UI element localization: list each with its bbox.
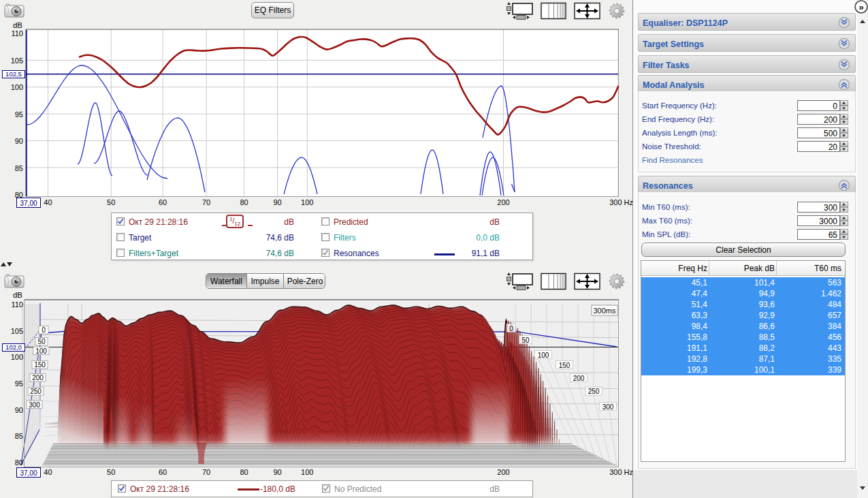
svg-text:110: 110: [11, 29, 23, 37]
svg-text:300: 300: [602, 403, 614, 411]
svg-text:85: 85: [15, 432, 23, 440]
svg-text:37,00: 37,00: [20, 200, 37, 207]
svg-text:80: 80: [15, 458, 23, 467]
svg-text:0: 0: [42, 326, 46, 334]
svg-text:80: 80: [15, 191, 23, 199]
svg-text:80: 80: [240, 198, 248, 206]
svg-text:90: 90: [15, 137, 23, 145]
svg-text:200: 200: [573, 375, 585, 382]
svg-text:dB: dB: [13, 21, 22, 29]
svg-text:100: 100: [11, 83, 23, 91]
svg-text:40: 40: [44, 198, 52, 206]
svg-text:200: 200: [32, 374, 44, 382]
svg-text:200: 200: [497, 198, 509, 206]
svg-text:50: 50: [107, 468, 115, 476]
svg-text:70: 70: [202, 198, 210, 206]
svg-text:300 Hz: 300 Hz: [609, 198, 633, 206]
svg-text:60: 60: [159, 468, 167, 476]
svg-text:300ms: 300ms: [593, 307, 616, 315]
svg-text:»: »: [858, 2, 863, 12]
svg-text:250: 250: [30, 388, 42, 395]
svg-text:300: 300: [29, 401, 40, 409]
svg-text:100: 100: [301, 198, 313, 206]
svg-text:90: 90: [273, 198, 281, 206]
svg-text:90: 90: [273, 468, 281, 476]
svg-text:250: 250: [588, 388, 600, 395]
svg-text:dB: dB: [13, 291, 22, 299]
svg-text:50: 50: [107, 198, 115, 206]
svg-text:105: 105: [11, 57, 23, 65]
svg-text:50: 50: [521, 337, 530, 344]
svg-text:105: 105: [11, 327, 23, 335]
svg-text:37,00: 37,00: [20, 469, 37, 477]
svg-text:0: 0: [509, 325, 513, 332]
svg-text:150: 150: [34, 361, 46, 369]
svg-text:150: 150: [559, 362, 570, 369]
svg-text:60: 60: [159, 198, 167, 206]
svg-text:200: 200: [497, 468, 509, 476]
svg-text:100: 100: [11, 353, 23, 361]
svg-text:85: 85: [15, 164, 23, 172]
svg-text:102,0: 102,0: [5, 343, 22, 351]
svg-text:300 Hz: 300 Hz: [609, 468, 633, 476]
svg-text:100: 100: [301, 468, 313, 476]
svg-text:100: 100: [538, 352, 549, 359]
svg-text:70: 70: [202, 468, 210, 476]
svg-text:90: 90: [15, 406, 23, 414]
svg-text:102,5: 102,5: [5, 70, 22, 78]
svg-text:95: 95: [15, 110, 23, 119]
svg-text:80: 80: [240, 468, 248, 476]
svg-text:95: 95: [15, 379, 23, 388]
svg-text:40: 40: [44, 468, 52, 476]
svg-text:50: 50: [37, 338, 46, 345]
svg-text:100: 100: [35, 347, 47, 355]
svg-text:110: 110: [11, 300, 23, 309]
